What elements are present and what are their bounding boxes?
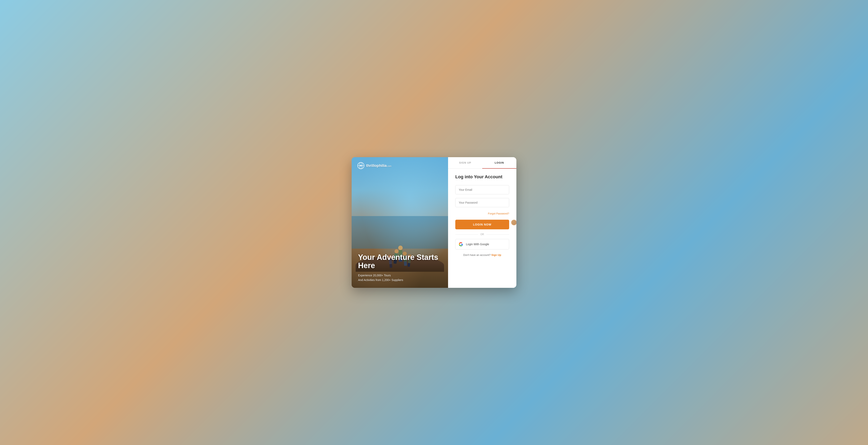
left-content: Your Adventure Starts Here Experience 20… bbox=[352, 248, 448, 288]
password-input[interactable] bbox=[455, 198, 509, 207]
ocean-strip bbox=[352, 216, 448, 249]
logo-name: thrillophilia bbox=[366, 164, 386, 168]
hero-subtext-line2: And Activities from 1,200+ Suppliers bbox=[358, 278, 442, 282]
logo-area: thrillophilia.com bbox=[352, 157, 448, 174]
tab-signup[interactable]: SIGN UP bbox=[448, 157, 482, 169]
svg-point-3 bbox=[360, 165, 362, 167]
email-group bbox=[455, 185, 509, 195]
google-button-label: Login With Google bbox=[466, 243, 489, 246]
password-group bbox=[455, 198, 509, 207]
forgot-password-link[interactable]: Forgot Password? bbox=[488, 212, 509, 215]
email-input[interactable] bbox=[455, 185, 509, 195]
hero-subtext: Experience 20,000+ Tours And Activities … bbox=[358, 273, 442, 282]
right-panel: SIGN UP LOGIN Log into Your Account Forg… bbox=[448, 157, 516, 288]
left-panel: thrillophilia.com Your Adventure Starts … bbox=[352, 157, 448, 288]
signup-prompt-text: Don't have an account? bbox=[463, 254, 491, 257]
main-card: thrillophilia.com Your Adventure Starts … bbox=[352, 157, 516, 288]
google-login-button[interactable]: Login With Google bbox=[455, 239, 509, 249]
user-avatar-bubble bbox=[511, 220, 516, 225]
login-button[interactable]: LOGIN NOW bbox=[455, 220, 509, 229]
or-divider: OR bbox=[455, 233, 509, 236]
auth-tabs: SIGN UP LOGIN bbox=[448, 157, 516, 169]
logo-text: thrillophilia.com bbox=[366, 164, 392, 168]
tab-login[interactable]: LOGIN bbox=[482, 157, 516, 169]
forgot-password-area: Forgot Password? bbox=[455, 212, 509, 215]
thrillophilia-logo-icon bbox=[357, 162, 365, 169]
hero-headline: Your Adventure Starts Here bbox=[358, 253, 442, 270]
login-form: Log into Your Account Forgot Password? L… bbox=[448, 169, 516, 288]
google-icon bbox=[459, 242, 463, 246]
logo-domain: .com bbox=[386, 165, 392, 167]
hero-subtext-line1: Experience 20,000+ Tours bbox=[358, 273, 442, 277]
form-title: Log into Your Account bbox=[455, 174, 509, 179]
signup-link[interactable]: Sign Up bbox=[491, 254, 501, 257]
signup-prompt: Don't have an account? Sign Up bbox=[455, 254, 509, 257]
